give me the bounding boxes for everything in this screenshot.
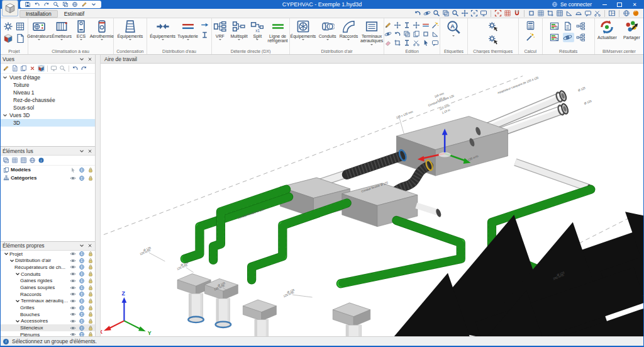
visibility-globe-icon[interactable] — [79, 285, 85, 291]
tree-item-r-cup-rateurs-de-ch[interactable]: Récupérateurs de ch... — [1, 264, 95, 271]
workspace-tab[interactable]: Aire de travail — [104, 56, 137, 62]
eye-icon[interactable] — [70, 278, 76, 284]
measure-icon[interactable] — [431, 30, 440, 38]
snap-point-icon[interactable] — [547, 9, 554, 17]
flex-duct-route-3[interactable] — [252, 203, 347, 280]
eye-icon[interactable] — [70, 291, 76, 297]
sphere-icon[interactable] — [632, 9, 640, 17]
eye-icon[interactable] — [70, 258, 76, 264]
table-view-icon[interactable] — [20, 157, 27, 164]
ribbon-item-raccords[interactable]: Raccords — [339, 20, 359, 47]
ribbon-item-multisplit[interactable]: Multisplit — [229, 20, 248, 43]
visibility-globe-icon[interactable] — [79, 175, 85, 181]
tree-item-accessoires[interactable]: Accessoires — [1, 318, 95, 325]
globe-view-icon[interactable] — [29, 157, 36, 164]
tree-item-projet[interactable]: Projet — [1, 251, 95, 258]
draw-icon[interactable] — [384, 21, 392, 29]
results-bars-icon[interactable] — [550, 21, 561, 31]
row-categories[interactable]: Catégories — [1, 174, 95, 182]
ribbon-item-terminaux-aerauliques[interactable]: Terminaux aérauliques — [360, 20, 384, 47]
tree-item-terminaux-a-rauliqu[interactable]: Terminaux aérauliqu... — [1, 298, 95, 305]
visibility-globe-icon[interactable] — [79, 325, 85, 331]
select-disabled-icon[interactable] — [70, 167, 76, 173]
visibility-globe-icon[interactable] — [79, 331, 85, 336]
tree-item-3d-selected[interactable]: 3D — [1, 119, 95, 127]
text-box-icon[interactable] — [422, 30, 430, 38]
visibility-globe-icon[interactable] — [79, 167, 85, 173]
keyboard-entry-icon[interactable] — [556, 9, 564, 17]
calculate-icon[interactable] — [526, 21, 535, 30]
view-capture-icon[interactable] — [50, 65, 57, 72]
tree-item-silencieux[interactable]: Silencieux — [1, 324, 95, 331]
tree-group-vues-3d[interactable]: Vues 3D — [1, 111, 95, 119]
floor-terminal-3[interactable] — [243, 300, 276, 336]
tree-item-gaines-souples[interactable]: Gaines souples — [1, 284, 95, 291]
visibility-globe-icon[interactable] — [79, 318, 85, 324]
layout-panes-icon[interactable] — [608, 9, 616, 17]
ribbon-item-tuyauterie[interactable]: Tuyauterie — [177, 20, 199, 42]
visibility-globe-icon[interactable] — [79, 278, 85, 284]
tree-item-conduits[interactable]: Conduits — [1, 271, 95, 278]
node-edit-icon[interactable] — [394, 21, 402, 29]
lock-icon[interactable] — [87, 331, 94, 336]
ortho-icon[interactable] — [528, 9, 535, 17]
lock-icon[interactable] — [87, 285, 94, 291]
view-duplicate-icon[interactable] — [20, 65, 27, 72]
reference-grid-icon[interactable] — [504, 9, 511, 17]
tree-item-grilles[interactable]: Grilles — [1, 304, 95, 311]
tab-estimatif[interactable]: Estimatif — [58, 10, 91, 18]
lock-icon[interactable] — [87, 311, 94, 317]
zoom-previous-icon[interactable] — [452, 9, 459, 17]
lock-icon[interactable] — [87, 271, 94, 277]
align-vertical-icon[interactable] — [403, 21, 411, 29]
tab-installation[interactable]: Installation — [19, 10, 58, 18]
tree-item-raccords[interactable]: Raccords — [1, 291, 95, 298]
ribbon-item-emetteurs[interactable]: Émetteurs — [52, 20, 72, 42]
heat-recovery-unit[interactable] — [396, 117, 508, 176]
eye-icon[interactable] — [70, 325, 76, 331]
tree-item-pl-nums[interactable]: Plénums — [1, 331, 95, 336]
warnings-icon[interactable] — [563, 33, 574, 42]
center-view-icon[interactable] — [470, 9, 478, 17]
visibility-globe-icon[interactable] — [79, 271, 85, 277]
ribbon-item-etiquettes[interactable] — [446, 20, 461, 38]
floor-terminal-1[interactable] — [177, 274, 211, 323]
view-3d-icon[interactable] — [38, 65, 45, 72]
view-next-icon[interactable] — [80, 65, 87, 72]
view-prev-icon[interactable] — [72, 65, 79, 72]
eye-icon[interactable] — [70, 298, 76, 304]
rotate-view-icon[interactable] — [414, 9, 421, 17]
duplicate-icon[interactable] — [413, 30, 421, 38]
ribbon-item-aerothermie[interactable]: Aérothermie — [91, 20, 113, 42]
lock-icon[interactable] — [87, 258, 94, 264]
grid-view-icon[interactable] — [11, 157, 18, 164]
maximize-button[interactable] — [612, 1, 627, 9]
floor-terminal-4[interactable] — [333, 303, 370, 336]
panel-collapse-icon[interactable] — [79, 242, 85, 249]
panel-close-icon[interactable] — [87, 56, 93, 62]
ribbon-item-equipements-condensation[interactable]: Équipements — [116, 20, 144, 42]
eye-icon[interactable] — [70, 285, 76, 291]
ribbon-item-split[interactable]: Split — [250, 20, 265, 43]
ribbon-item-partager[interactable]: Partager — [620, 20, 643, 40]
lock-icon[interactable] — [87, 325, 94, 331]
sidebar-splitter[interactable] — [96, 55, 101, 336]
pin-icon[interactable] — [394, 39, 402, 47]
tree-item-rez-de-chaussee[interactable]: Rez-de-chaussée — [1, 96, 95, 104]
close-button[interactable]: ✕ — [627, 1, 642, 9]
visibility-globe-icon[interactable] — [79, 311, 85, 317]
tree-item-gaines-rigides[interactable]: Gaines rigides — [1, 278, 95, 285]
drawing-canvas[interactable]: 115 mm 1,45 m Conduit circulaire 120 115… — [101, 64, 643, 336]
view-delete-icon[interactable] — [29, 65, 36, 72]
lock-icon[interactable] — [87, 175, 94, 181]
signin-button[interactable]: Se connecter — [552, 1, 592, 8]
ribbon-item-actualiser[interactable]: Actualiser — [595, 20, 619, 40]
ribbon-item-vrf[interactable]: VRF — [212, 20, 228, 43]
panel-collapse-icon[interactable] — [79, 148, 85, 154]
erase-icon[interactable] — [384, 39, 392, 47]
equalize-icon[interactable] — [422, 21, 430, 29]
visibility-globe-icon[interactable] — [79, 291, 85, 297]
full-screen-icon[interactable] — [480, 9, 487, 17]
results-bars2-icon[interactable] — [550, 33, 561, 42]
view-new-icon[interactable] — [11, 65, 18, 72]
